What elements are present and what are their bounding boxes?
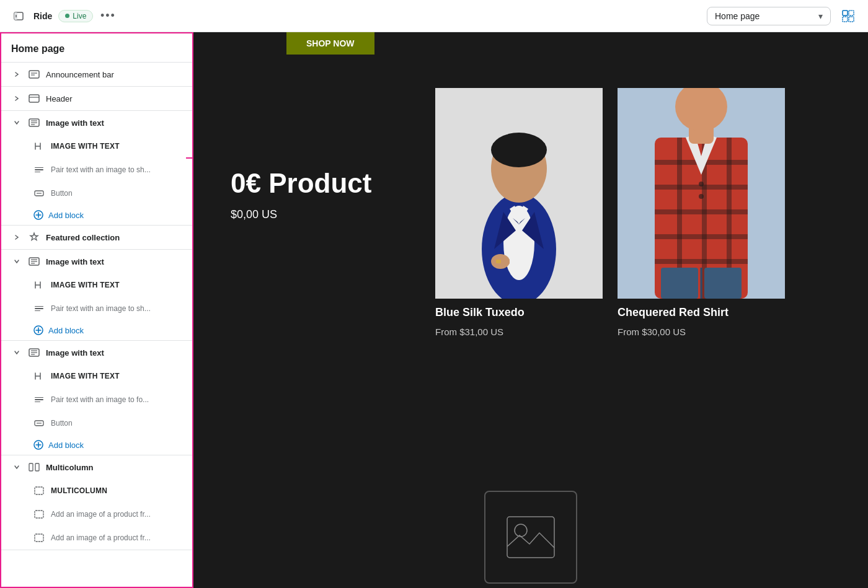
section-announcement: Announcement bar	[1, 63, 192, 87]
grid-view-button[interactable]	[838, 6, 858, 26]
multicolumn-heading[interactable]: MULTICOLUMN	[1, 479, 192, 502]
multicolumn-icon	[29, 462, 40, 473]
text-icon-3	[33, 394, 45, 405]
pair-label-1: Pair text with an image to sh...	[51, 165, 182, 174]
text-icon-2	[33, 303, 45, 314]
svg-point-48	[491, 133, 547, 167]
sidebar-item-image-text-1[interactable]: Image with text	[1, 111, 192, 134]
sidebar-item-image-text-3[interactable]: Image with text	[1, 341, 192, 364]
svg-rect-4	[849, 11, 854, 15]
add-block-label-1: Add block	[48, 211, 84, 220]
chevron-right-icon	[11, 93, 22, 104]
live-label: Live	[73, 12, 86, 20]
svg-rect-70	[661, 268, 698, 299]
chevron-down-icon: ▾	[818, 11, 823, 21]
svg-rect-71	[704, 268, 742, 299]
section-multicolumn: Multicolumn MULTICOLUMN	[1, 455, 192, 550]
multirow-icon-1	[33, 485, 45, 496]
svg-rect-40	[35, 511, 43, 518]
product-card-1-image	[435, 88, 603, 299]
card-2-price: From $30,00 US	[618, 327, 785, 337]
product-section: 0€ Product $0,00 US	[193, 32, 868, 466]
button-label-3: Button	[51, 419, 182, 428]
image-text-1-label: Image with text	[46, 118, 182, 128]
svg-point-74	[515, 524, 527, 537]
text-icon	[33, 164, 45, 175]
shop-now-button[interactable]: SHOP NOW	[286, 32, 374, 55]
svg-rect-10	[29, 95, 39, 102]
add-block-1[interactable]: Add block	[1, 205, 192, 225]
section-icon	[29, 117, 40, 128]
svg-rect-39	[35, 487, 43, 494]
product-card-1: Blue Silk Tuxedo From $31,00 US	[435, 88, 603, 337]
button-icon-3	[33, 418, 45, 429]
product-card-2: Chequered Red Shirt From $30,00 US	[618, 88, 785, 337]
svg-point-66	[699, 182, 704, 186]
product-title: 0€ Product	[231, 169, 417, 198]
chevron-down-icon-2	[11, 256, 22, 267]
section-image-text-3: Image with text IMAGE WITH TEXT Pair tex…	[1, 341, 192, 455]
image-text-3-label: Image with text	[46, 348, 182, 358]
heading-label-3: IMAGE WITH TEXT	[51, 372, 182, 380]
image-text-1-pair[interactable]: Pair text with an image to sh...	[1, 158, 192, 182]
text-heading-icon	[33, 141, 45, 152]
preview-inner: SHOP NOW 0€ Product $0,00 US	[193, 32, 868, 588]
svg-point-67	[699, 194, 704, 199]
multicolumn-item-label-1: Add an image of a product fr...	[51, 510, 182, 519]
section-image-text-1: Image with text IMAGE WITH TEXT Pair	[1, 111, 192, 226]
add-block-2[interactable]: Add block	[1, 320, 192, 340]
announcement-icon	[29, 69, 40, 80]
svg-rect-3	[843, 11, 848, 15]
back-button[interactable]	[10, 7, 27, 25]
sidebar-content: Announcement bar Header	[1, 63, 192, 587]
button-icon	[33, 188, 45, 199]
image-text-3-heading[interactable]: IMAGE WITH TEXT	[1, 364, 192, 388]
page-name: Home page	[715, 11, 760, 21]
sidebar-item-header[interactable]: Header	[1, 87, 192, 110]
pair-label-3: Pair text with an image to fo...	[51, 395, 182, 404]
sidebar-header: Home page	[1, 33, 192, 63]
announcement-label: Announcement bar	[46, 70, 182, 79]
image-text-3-pair[interactable]: Pair text with an image to fo...	[1, 388, 192, 411]
chevron-down-icon-mc	[11, 462, 22, 473]
sidebar-item-featured[interactable]: Featured collection	[1, 226, 192, 249]
svg-rect-38	[35, 463, 39, 471]
section-icon-2	[29, 256, 40, 267]
sidebar-item-image-text-2[interactable]: Image with text	[1, 250, 192, 273]
heading-label-2: IMAGE WITH TEXT	[51, 281, 182, 289]
multicolumn-item-1[interactable]: Add an image of a product fr...	[1, 502, 192, 526]
card-1-price: From $31,00 US	[435, 327, 603, 337]
multirow-icon-2	[33, 509, 45, 520]
multirow-icon-3	[33, 532, 45, 543]
image-text-1-heading[interactable]: IMAGE WITH TEXT	[1, 134, 192, 158]
section-icon-3	[29, 347, 40, 358]
main-layout: Home page Announcement bar	[0, 32, 868, 588]
image-text-1-button[interactable]: Button	[1, 182, 192, 205]
sidebar-item-multicolumn[interactable]: Multicolumn	[1, 455, 192, 479]
preview-area: SHOP NOW 0€ Product $0,00 US	[193, 32, 868, 588]
image-text-2-heading[interactable]: IMAGE WITH TEXT	[1, 273, 192, 297]
svg-rect-37	[29, 463, 33, 471]
page-selector[interactable]: Home page ▾	[707, 7, 831, 25]
multicolumn-item-label-2: Add an image of a product fr...	[51, 533, 182, 542]
chevron-down-icon	[11, 117, 22, 128]
multicolumn-item-2[interactable]: Add an image of a product fr...	[1, 526, 192, 550]
image-text-3-button[interactable]: Button	[1, 411, 192, 435]
product-info: 0€ Product $0,00 US	[231, 69, 417, 221]
more-button[interactable]: •••	[99, 7, 117, 25]
image-text-2-label: Image with text	[46, 257, 182, 266]
chevron-down-icon-3	[11, 347, 22, 358]
chevron-right-icon	[11, 232, 22, 243]
topbar-left: Ride Live •••	[10, 7, 699, 25]
topbar-center: Home page ▾	[707, 7, 831, 25]
multicolumn-heading-label: MULTICOLUMN	[51, 486, 182, 495]
add-block-label-2: Add block	[48, 326, 84, 335]
sidebar-item-announcement[interactable]: Announcement bar	[1, 63, 192, 86]
add-block-3[interactable]: Add block	[1, 435, 192, 455]
bottom-section	[193, 466, 868, 588]
add-block-label-3: Add block	[48, 441, 84, 450]
more-icon: •••	[100, 9, 116, 22]
featured-icon	[29, 232, 40, 243]
svg-rect-5	[843, 17, 848, 22]
image-text-2-pair[interactable]: Pair text with an image to sh...	[1, 297, 192, 320]
